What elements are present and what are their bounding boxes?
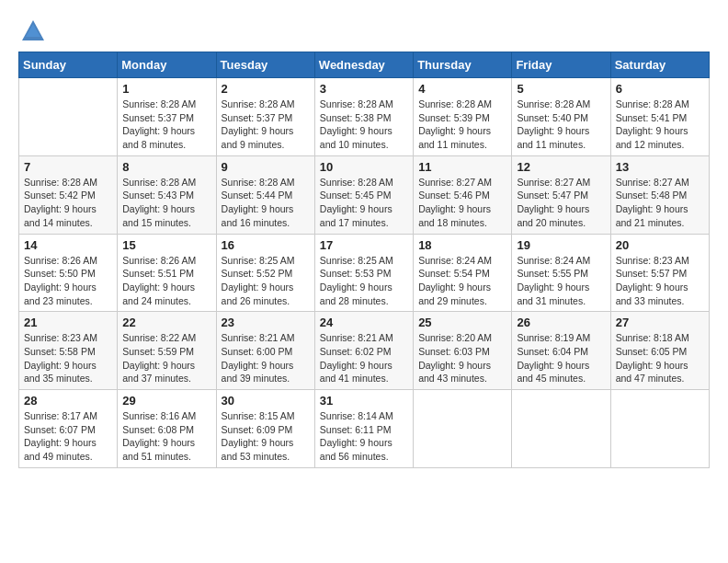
day-info: Sunrise: 8:16 AMSunset: 6:08 PMDaylight:… [122,409,210,464]
day-info: Sunrise: 8:27 AMSunset: 5:48 PMDaylight:… [616,176,704,230]
calendar-cell: 12Sunrise: 8:27 AMSunset: 5:47 PMDayligh… [512,155,610,234]
day-number: 27 [616,316,704,329]
logo-icon [20,18,46,44]
day-number: 21 [24,316,112,329]
day-info: Sunrise: 8:18 AMSunset: 6:05 PMDaylight:… [616,331,704,385]
day-number: 17 [320,238,408,252]
weekday-header: Saturday [610,52,709,78]
calendar-cell [610,390,709,468]
day-info: Sunrise: 8:24 AMSunset: 5:55 PMDaylight:… [517,254,605,308]
weekday-header: Sunday [19,52,118,78]
calendar-cell [19,78,118,156]
day-info: Sunrise: 8:28 AMSunset: 5:45 PMDaylight:… [320,176,408,230]
calendar-cell: 24Sunrise: 8:21 AMSunset: 6:02 PMDayligh… [314,312,413,390]
day-info: Sunrise: 8:19 AMSunset: 6:04 PMDaylight:… [517,331,605,385]
day-number: 31 [320,394,408,408]
day-info: Sunrise: 8:23 AMSunset: 5:58 PMDaylight:… [24,331,112,385]
calendar-header: SundayMondayTuesdayWednesdayThursdayFrid… [19,52,710,78]
calendar-table: SundayMondayTuesdayWednesdayThursdayFrid… [18,52,710,468]
day-info: Sunrise: 8:20 AMSunset: 6:03 PMDaylight:… [418,331,506,385]
calendar-cell: 19Sunrise: 8:24 AMSunset: 5:55 PMDayligh… [512,234,610,312]
day-info: Sunrise: 8:22 AMSunset: 5:59 PMDaylight:… [122,331,210,385]
day-number: 30 [222,394,310,408]
day-info: Sunrise: 8:21 AMSunset: 6:02 PMDaylight:… [320,331,408,385]
calendar-cell [512,390,610,468]
day-info: Sunrise: 8:28 AMSunset: 5:42 PMDaylight:… [24,176,112,230]
day-info: Sunrise: 8:17 AMSunset: 6:07 PMDaylight:… [24,409,112,464]
day-number: 9 [222,160,310,174]
day-info: Sunrise: 8:21 AMSunset: 6:00 PMDaylight:… [222,331,310,385]
day-number: 19 [517,238,605,252]
day-info: Sunrise: 8:28 AMSunset: 5:44 PMDaylight:… [222,176,310,230]
calendar-cell: 8Sunrise: 8:28 AMSunset: 5:43 PMDaylight… [118,155,216,234]
day-number: 20 [616,238,704,252]
calendar-week-row: 1Sunrise: 8:28 AMSunset: 5:37 PMDaylight… [19,78,710,156]
weekday-header: Monday [118,52,216,78]
day-info: Sunrise: 8:24 AMSunset: 5:54 PMDaylight:… [418,254,506,308]
day-info: Sunrise: 8:28 AMSunset: 5:39 PMDaylight:… [418,98,506,152]
day-info: Sunrise: 8:28 AMSunset: 5:41 PMDaylight:… [616,98,704,152]
day-number: 15 [122,238,210,252]
day-info: Sunrise: 8:28 AMSunset: 5:38 PMDaylight:… [320,98,408,152]
day-number: 25 [418,316,506,329]
calendar-week-row: 28Sunrise: 8:17 AMSunset: 6:07 PMDayligh… [19,390,710,468]
day-number: 3 [320,82,408,96]
calendar-week-row: 14Sunrise: 8:26 AMSunset: 5:50 PMDayligh… [19,234,710,312]
calendar-cell: 5Sunrise: 8:28 AMSunset: 5:40 PMDaylight… [512,78,610,156]
day-number: 7 [24,160,112,174]
calendar-cell: 2Sunrise: 8:28 AMSunset: 5:37 PMDaylight… [216,78,314,156]
calendar-cell: 26Sunrise: 8:19 AMSunset: 6:04 PMDayligh… [512,312,610,390]
calendar-cell: 4Sunrise: 8:28 AMSunset: 5:39 PMDaylight… [414,78,512,156]
calendar-cell: 10Sunrise: 8:28 AMSunset: 5:45 PMDayligh… [314,155,413,234]
day-info: Sunrise: 8:15 AMSunset: 6:09 PMDaylight:… [222,409,310,464]
calendar-cell: 11Sunrise: 8:27 AMSunset: 5:46 PMDayligh… [414,155,512,234]
calendar-cell: 17Sunrise: 8:25 AMSunset: 5:53 PMDayligh… [314,234,413,312]
calendar-cell: 16Sunrise: 8:25 AMSunset: 5:52 PMDayligh… [216,234,314,312]
day-number: 14 [24,238,112,252]
weekday-header: Friday [512,52,610,78]
calendar-week-row: 21Sunrise: 8:23 AMSunset: 5:58 PMDayligh… [19,312,710,390]
day-info: Sunrise: 8:28 AMSunset: 5:43 PMDaylight:… [122,176,210,230]
day-number: 12 [517,160,605,174]
day-number: 5 [517,82,605,96]
calendar-cell [414,390,512,468]
day-number: 26 [517,316,605,329]
day-info: Sunrise: 8:25 AMSunset: 5:52 PMDaylight:… [222,254,310,308]
day-info: Sunrise: 8:28 AMSunset: 5:40 PMDaylight:… [517,98,605,152]
calendar-week-row: 7Sunrise: 8:28 AMSunset: 5:42 PMDaylight… [19,155,710,234]
day-info: Sunrise: 8:28 AMSunset: 5:37 PMDaylight:… [222,98,310,152]
calendar-cell: 23Sunrise: 8:21 AMSunset: 6:00 PMDayligh… [216,312,314,390]
day-number: 18 [418,238,506,252]
day-info: Sunrise: 8:23 AMSunset: 5:57 PMDaylight:… [616,254,704,308]
day-number: 13 [616,160,704,174]
day-number: 28 [24,394,112,408]
day-number: 2 [222,82,310,96]
logo-text [18,18,46,44]
day-number: 4 [418,82,506,96]
calendar-cell: 29Sunrise: 8:16 AMSunset: 6:08 PMDayligh… [118,390,216,468]
day-info: Sunrise: 8:14 AMSunset: 6:11 PMDaylight:… [320,409,408,464]
calendar-cell: 30Sunrise: 8:15 AMSunset: 6:09 PMDayligh… [216,390,314,468]
day-number: 23 [222,316,310,329]
day-info: Sunrise: 8:26 AMSunset: 5:51 PMDaylight:… [122,254,210,308]
weekday-header: Tuesday [216,52,314,78]
calendar-cell: 21Sunrise: 8:23 AMSunset: 5:58 PMDayligh… [19,312,118,390]
day-number: 16 [222,238,310,252]
day-number: 11 [418,160,506,174]
calendar-cell: 7Sunrise: 8:28 AMSunset: 5:42 PMDaylight… [19,155,118,234]
day-info: Sunrise: 8:25 AMSunset: 5:53 PMDaylight:… [320,254,408,308]
calendar-cell: 31Sunrise: 8:14 AMSunset: 6:11 PMDayligh… [314,390,413,468]
calendar-cell: 9Sunrise: 8:28 AMSunset: 5:44 PMDaylight… [216,155,314,234]
calendar-cell: 18Sunrise: 8:24 AMSunset: 5:54 PMDayligh… [414,234,512,312]
day-number: 8 [122,160,210,174]
calendar-cell: 20Sunrise: 8:23 AMSunset: 5:57 PMDayligh… [610,234,709,312]
day-number: 24 [320,316,408,329]
calendar-cell: 14Sunrise: 8:26 AMSunset: 5:50 PMDayligh… [19,234,118,312]
day-number: 6 [616,82,704,96]
calendar-cell: 6Sunrise: 8:28 AMSunset: 5:41 PMDaylight… [610,78,709,156]
weekday-header: Thursday [414,52,512,78]
day-number: 10 [320,160,408,174]
day-number: 29 [122,394,210,408]
day-info: Sunrise: 8:26 AMSunset: 5:50 PMDaylight:… [24,254,112,308]
calendar-cell: 13Sunrise: 8:27 AMSunset: 5:48 PMDayligh… [610,155,709,234]
